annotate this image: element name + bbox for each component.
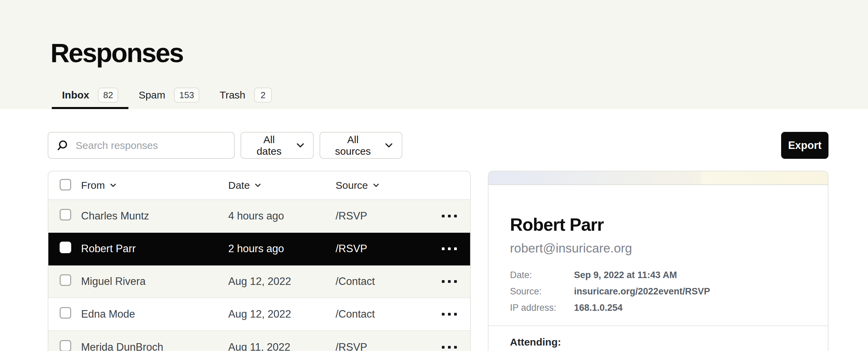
page-title: Responses — [50, 40, 183, 66]
select-all-checkbox[interactable] — [60, 179, 71, 190]
tab-count-badge: 82 — [98, 88, 118, 103]
row-from: Miguel Rivera — [81, 275, 228, 288]
attending-label: Attending: — [510, 336, 806, 348]
row-date: 2 hours ago — [228, 243, 336, 255]
date-filter-value: All dates — [250, 134, 288, 157]
row-source: /RSVP — [336, 243, 428, 255]
response-meta: Date: Sep 9, 2022 at 11:43 AM Source: in… — [510, 267, 806, 316]
row-checkbox[interactable] — [60, 340, 71, 351]
chevron-down-icon — [296, 143, 304, 148]
chevron-down-icon — [110, 183, 116, 187]
row-checkbox[interactable] — [60, 209, 71, 220]
row-source: /Contact — [336, 275, 428, 288]
divider — [489, 325, 828, 326]
tab-spam[interactable]: Spam 153 — [128, 83, 210, 109]
source-filter-dropdown[interactable]: All sources — [320, 132, 402, 159]
respondent-email: robert@insuricare.org — [510, 241, 806, 256]
row-date: Aug 12, 2022 — [228, 275, 336, 288]
tab-trash[interactable]: Trash 2 — [210, 83, 282, 109]
detail-body: Robert Parr robert@insuricare.org Date: … — [489, 215, 828, 348]
row-source: /RSVP — [336, 210, 428, 222]
table-row[interactable]: Charles Muntz 4 hours ago /RSVP — [48, 200, 470, 233]
chevron-down-icon — [373, 183, 379, 187]
table-row[interactable]: Edna Mode Aug 12, 2022 /Contact — [48, 298, 470, 331]
response-detail-panel: Robert Parr robert@insuricare.org Date: … — [488, 171, 828, 351]
meta-value: Sep 9, 2022 at 11:43 AM — [574, 267, 806, 283]
export-button[interactable]: Export — [781, 132, 828, 159]
row-actions-button[interactable] — [437, 275, 462, 288]
tab-inbox[interactable]: Inbox 82 — [52, 83, 128, 109]
tab-label: Inbox — [62, 89, 89, 101]
respondent-name: Robert Parr — [510, 215, 806, 234]
page-header: Responses Inbox 82 Spam 153 Trash 2 — [0, 0, 868, 109]
meta-value: 168.1.0.254 — [574, 300, 806, 316]
table-row[interactable]: Merida DunBroch Aug 11, 2022 /RSVP — [48, 331, 470, 351]
row-checkbox[interactable] — [60, 307, 71, 319]
chevron-down-icon — [385, 143, 393, 148]
search-input[interactable] — [76, 140, 226, 151]
column-label: From — [81, 180, 105, 191]
column-header-date[interactable]: Date — [228, 180, 336, 191]
tab-count-badge: 153 — [174, 88, 199, 103]
table-header-row: From Date Source — [48, 171, 470, 200]
meta-label: Date: — [510, 267, 574, 283]
table-row[interactable]: Miguel Rivera Aug 12, 2022 /Contact — [48, 265, 470, 298]
row-date: 4 hours ago — [228, 210, 336, 222]
detail-header-gradient — [489, 171, 828, 185]
meta-label: Source: — [510, 283, 574, 300]
source-filter-value: All sources — [329, 134, 377, 157]
table-row[interactable]: Robert Parr 2 hours ago /RSVP — [48, 233, 470, 265]
column-header-from[interactable]: From — [81, 180, 228, 191]
row-from: Charles Muntz — [81, 210, 228, 222]
date-filter-dropdown[interactable]: All dates — [241, 132, 314, 159]
search-icon — [57, 140, 68, 151]
row-source: /Contact — [336, 308, 428, 320]
row-checkbox[interactable] — [60, 242, 71, 253]
tab-count-badge: 2 — [254, 88, 272, 103]
tab-label: Spam — [139, 89, 165, 101]
responses-table: From Date Source Charles Muntz 4 hours a… — [48, 171, 471, 351]
row-from: Edna Mode — [81, 308, 228, 320]
toolbar: All dates All sources Export — [48, 132, 828, 159]
search-box — [48, 132, 235, 159]
meta-value: insuricare.org/2022event/RSVP — [574, 283, 806, 300]
column-label: Source — [336, 180, 368, 191]
row-date: Aug 11, 2022 — [228, 341, 336, 351]
column-label: Date — [228, 180, 250, 191]
row-actions-button[interactable] — [437, 210, 462, 222]
row-from: Merida DunBroch — [81, 341, 228, 351]
column-header-source[interactable]: Source — [336, 180, 428, 191]
row-actions-button[interactable] — [437, 341, 462, 351]
meta-label: IP address: — [510, 300, 574, 316]
chevron-down-icon — [255, 183, 261, 187]
row-actions-button[interactable] — [437, 243, 462, 255]
row-from: Robert Parr — [81, 243, 228, 255]
tabs-bar: Inbox 82 Spam 153 Trash 2 — [52, 83, 282, 109]
row-actions-button[interactable] — [437, 308, 462, 320]
row-date: Aug 12, 2022 — [228, 308, 336, 320]
tab-label: Trash — [220, 89, 246, 101]
row-source: /RSVP — [336, 341, 428, 351]
row-checkbox[interactable] — [60, 274, 71, 286]
